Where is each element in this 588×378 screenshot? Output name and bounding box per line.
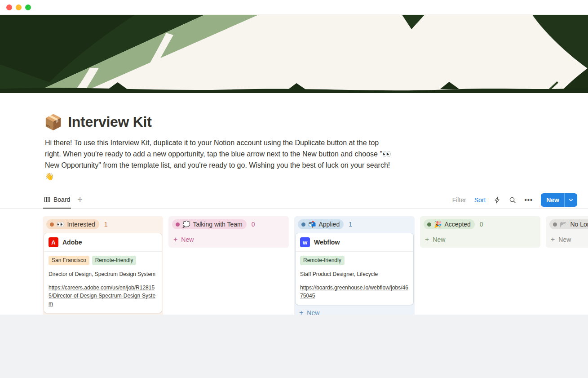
view-toolbar: Board + Filter Sort ••• New [0,191,588,209]
eyes-emoji: 👀 [57,221,64,227]
page-cover-image [0,15,588,93]
column-label: Talking with Team [193,221,242,228]
page-description: Hi there! To use this Interview Kit, dup… [45,137,392,182]
new-card-button[interactable]: + New [43,314,163,315]
new-card-label: New [558,236,571,243]
plus-icon: + [173,236,177,243]
column-label: Accepted [444,221,470,228]
tab-board-view[interactable]: Board [43,191,71,209]
page-icon[interactable]: 📦 [44,115,62,129]
minimize-window-button[interactable] [16,4,22,10]
company-name: Webflow [314,239,340,246]
status-dot [553,222,557,227]
job-url-link[interactable]: https://boards.greenhouse.io/webflow/job… [300,284,409,300]
webflow-logo-icon: w [300,237,310,247]
board-column-talking-with-team: 💭 Talking with Team 0 + New [168,216,289,248]
column-status-pill[interactable]: 📂 No Lon [549,219,588,229]
plus-icon: + [425,236,429,243]
chevron-down-icon[interactable] [564,193,577,207]
new-button-label[interactable]: New [541,193,564,207]
status-dot [427,222,431,227]
add-view-button[interactable]: + [77,195,83,205]
desktop-background [0,315,588,378]
filter-button[interactable]: Filter [452,196,466,204]
adobe-logo-icon: A [49,237,58,247]
open-folder-emoji: 📂 [560,221,567,227]
status-dot [301,222,305,227]
monstera-leaves-illustration [0,15,588,93]
column-status-pill[interactable]: 🎉 Accepted [424,219,475,229]
role-text: Director of Design, Spectrum Design Syst… [49,270,157,278]
job-url-link[interactable]: https://careers.adobe.com/us/en/job/R128… [49,284,157,308]
column-label: Applied [318,221,340,228]
tag-remote: Remote-friendly [92,256,137,265]
page-content: 📦 Interview Kit Hi there! To use this In… [0,93,588,315]
column-header: 👀 Interested 1 [43,216,163,232]
new-card-button[interactable]: + New [420,232,540,247]
new-card-button[interactable]: + New [294,306,415,315]
plus-icon: + [299,309,303,315]
plus-icon: + [551,236,555,243]
new-card-button[interactable]: + New [546,232,588,247]
tag-remote: Remote-friendly [300,256,345,265]
thought-balloon-emoji: 💭 [182,221,190,227]
card-body: San Francisco Remote-friendly Director o… [44,252,162,313]
role-text: Staff Product Designer, Lifecycle [300,270,409,278]
column-status-pill[interactable]: 📬 Applied [298,219,344,229]
window-titlebar [0,0,588,15]
column-header: 💭 Talking with Team 0 [168,216,289,232]
column-status-pill[interactable]: 💭 Talking with Team [172,219,247,229]
mailbox-emoji: 📬 [308,221,316,227]
company-name: Adobe [62,239,82,246]
cards-list: w Webflow Remote-friendly Staff Product … [294,232,415,306]
board-column-no-longer: 📂 No Lon + New [546,216,588,248]
column-count: 1 [104,221,108,228]
column-header: 📬 Applied 1 [294,216,415,232]
card-adobe[interactable]: A Adobe San Francisco Remote-friendly Di… [44,233,162,313]
sort-button[interactable]: Sort [474,196,486,204]
column-label: Interested [67,221,95,228]
card-title-row: w Webflow [296,233,413,252]
more-options-icon[interactable]: ••• [524,196,533,204]
page-title: Interview Kit [68,114,151,130]
tag-location: San Francisco [49,256,89,265]
bolt-icon[interactable] [494,196,501,204]
tags-row: Remote-friendly [300,256,409,265]
column-count: 0 [252,221,255,228]
column-label: No Lon [570,221,588,228]
new-card-button[interactable]: + New [168,232,289,247]
board-column-accepted: 🎉 Accepted 0 + New [420,216,540,248]
board-view-icon [44,196,50,203]
close-window-button[interactable] [6,4,12,10]
column-count: 1 [349,221,352,228]
board-tab-label: Board [53,196,70,203]
new-card-label: New [307,309,319,315]
kanban-board: 👀 Interested 1 A Adobe San Francisco Rem… [0,209,588,315]
column-count: 0 [480,221,483,228]
cards-list: A Adobe San Francisco Remote-friendly Di… [43,232,163,314]
window-controls [6,4,31,10]
card-webflow[interactable]: w Webflow Remote-friendly Staff Product … [296,233,413,305]
column-status-pill[interactable]: 👀 Interested [46,219,99,229]
new-card-label: New [433,236,445,243]
zoom-window-button[interactable] [25,4,31,10]
column-header: 🎉 Accepted 0 [420,216,540,232]
column-header: 📂 No Lon [546,216,588,232]
board-column-interested: 👀 Interested 1 A Adobe San Francisco Rem… [43,216,163,315]
board-column-applied: 📬 Applied 1 w Webflow Remote-friendly St [294,216,415,315]
new-button[interactable]: New [541,193,577,207]
card-title-row: A Adobe [44,233,162,252]
status-dot [176,222,180,227]
new-card-label: New [181,236,194,243]
party-popper-emoji: 🎉 [434,221,442,227]
card-body: Remote-friendly Staff Product Designer, … [296,252,413,305]
status-dot [50,222,54,227]
tags-row: San Francisco Remote-friendly [49,256,157,265]
search-icon[interactable] [509,196,516,204]
